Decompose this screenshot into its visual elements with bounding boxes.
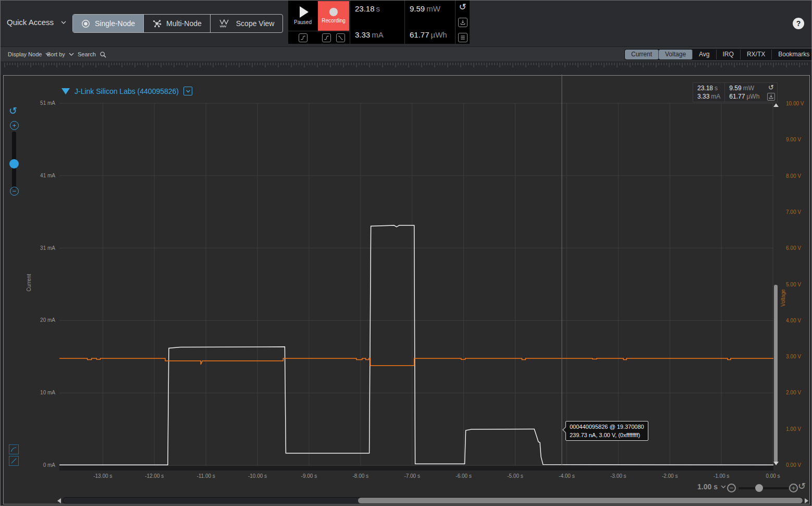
node-options-button[interactable] bbox=[183, 87, 192, 95]
plus-icon: + bbox=[792, 485, 796, 491]
collapse-triangle-icon[interactable] bbox=[61, 88, 70, 94]
time-zoom-reset-button[interactable]: ↺ bbox=[798, 481, 806, 491]
reset-icon: ↺ bbox=[9, 105, 17, 116]
x-tick-label: -3.00 s bbox=[600, 473, 636, 479]
voltage-tick-label: 1.00 V bbox=[786, 426, 811, 432]
voltage-tick-label: 9.00 V bbox=[786, 137, 811, 142]
voltage-tick-label: 6.00 V bbox=[786, 245, 811, 251]
current-tick-label: 51 mA bbox=[16, 100, 55, 106]
x-tick-label: -4.00 s bbox=[548, 473, 585, 479]
reset-icon: ↺ bbox=[798, 481, 806, 491]
x-tick-label: -13.00 s bbox=[84, 473, 121, 479]
voltage-tick-label: 4.00 V bbox=[786, 318, 811, 323]
tooltip-notch bbox=[562, 427, 568, 432]
chevron-down-icon bbox=[186, 89, 191, 94]
node-stats-time-current: 23.18s 3.33mA bbox=[693, 83, 724, 102]
x-tick-label: -11.00 s bbox=[188, 473, 224, 479]
voltage-tick-label: 3.00 V bbox=[786, 354, 811, 359]
time-zoom-out-button[interactable]: − bbox=[727, 484, 736, 492]
node-title: J-Link Silicon Labs (440095826) bbox=[75, 87, 179, 95]
x-tick-label: -9.00 s bbox=[291, 473, 327, 479]
voltage-tick-label: 10.00 V bbox=[786, 101, 811, 106]
log-scale-icon[interactable] bbox=[9, 444, 19, 454]
download-icon bbox=[768, 94, 774, 100]
node-current-readout: 3.33mA bbox=[697, 93, 720, 100]
node-save-button[interactable] bbox=[767, 93, 775, 101]
scroll-down-arrow[interactable] bbox=[773, 462, 779, 465]
x-tick-label: -2.00 s bbox=[651, 473, 688, 479]
x-tick-label: -8.00 s bbox=[342, 473, 379, 479]
chevron-down-icon bbox=[721, 484, 726, 489]
x-tick-label: -7.00 s bbox=[394, 473, 430, 479]
current-tick-label: 0 mA bbox=[16, 462, 55, 468]
x-tick-label: -1.00 s bbox=[703, 473, 740, 479]
data-tooltip: 000440095826 @ 19.370080 239.73 nA, 3.00… bbox=[565, 421, 648, 441]
chart-overlay: J-Link Silicon Labs (440095826) 23.18s 3… bbox=[1, 1, 812, 506]
minus-icon: − bbox=[13, 188, 17, 195]
x-tick-label: 0.00 s bbox=[755, 473, 791, 479]
y-zoom-reset-button[interactable]: ↺ bbox=[9, 106, 17, 116]
minus-icon: − bbox=[730, 485, 734, 491]
node-stats-box: 23.18s 3.33mA 9.59mW 61.77µWh ↺ bbox=[693, 82, 778, 102]
current-axis-title: Current bbox=[26, 267, 32, 298]
current-tick-label: 41 mA bbox=[16, 173, 55, 178]
scroll-left-arrow[interactable] bbox=[57, 498, 61, 503]
node-header: J-Link Silicon Labs (440095826) bbox=[61, 87, 192, 95]
tooltip-line1: 000440095826 @ 19.370080 bbox=[570, 423, 644, 431]
voltage-tick-label: 8.00 V bbox=[786, 173, 811, 179]
time-zoom-slider-track[interactable] bbox=[739, 487, 789, 489]
node-time-readout: 23.18s bbox=[697, 85, 720, 92]
energy-profiler-window: Quick Access Single-NodeMulti-NodeScope … bbox=[0, 0, 812, 506]
time-zoom-slider-handle[interactable] bbox=[755, 484, 763, 492]
reset-icon: ↺ bbox=[768, 84, 774, 91]
plus-icon: + bbox=[13, 122, 17, 129]
x-tick-label: -5.00 s bbox=[497, 473, 534, 479]
y-zoom-slider-handle[interactable] bbox=[9, 159, 19, 168]
node-stats-icons: ↺ bbox=[765, 83, 777, 102]
x-tick-label: -6.00 s bbox=[446, 473, 482, 479]
y-zoom-out-button[interactable]: − bbox=[10, 187, 19, 196]
x-tick-label: -12.00 s bbox=[136, 473, 173, 479]
time-zoom-value: 1.00 s bbox=[697, 483, 718, 491]
node-stats-power-energy: 9.59mW 61.77µWh bbox=[725, 83, 764, 102]
voltage-tick-label: 2.00 V bbox=[786, 390, 811, 395]
node-energy-readout: 61.77µWh bbox=[729, 93, 759, 100]
horizontal-scrollbar-thumb[interactable] bbox=[358, 498, 803, 503]
time-zoom-dropdown[interactable]: 1.00 s bbox=[697, 483, 726, 491]
current-tick-label: 10 mA bbox=[16, 390, 55, 395]
scroll-up-arrow[interactable] bbox=[773, 103, 779, 107]
vertical-scrollbar-thumb[interactable] bbox=[774, 285, 778, 462]
node-reset-button[interactable]: ↺ bbox=[768, 84, 774, 91]
tooltip-line2: 239.73 nA, 3.00 V, (0xffffffff) bbox=[570, 431, 644, 439]
voltage-tick-label: 5.00 V bbox=[786, 282, 811, 287]
x-tick-label: -10.00 s bbox=[239, 473, 276, 479]
scroll-right-arrow[interactable] bbox=[805, 498, 808, 503]
node-power-readout: 9.59mW bbox=[729, 85, 759, 92]
time-zoom-in-button[interactable]: + bbox=[789, 484, 798, 492]
voltage-tick-label: 7.00 V bbox=[786, 209, 811, 215]
current-tick-label: 31 mA bbox=[16, 245, 55, 251]
voltage-tick-label: 0.00 V bbox=[786, 462, 811, 468]
current-tick-label: 20 mA bbox=[16, 317, 55, 323]
y-zoom-in-button[interactable]: + bbox=[10, 121, 19, 130]
